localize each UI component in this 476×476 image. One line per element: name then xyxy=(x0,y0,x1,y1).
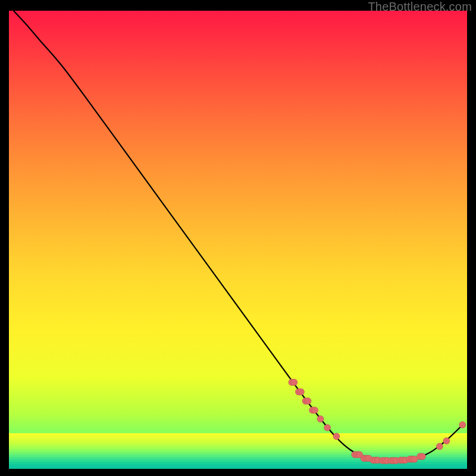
bottleneck-curve xyxy=(14,11,463,461)
data-dot xyxy=(317,416,324,422)
chart-svg-layer xyxy=(9,11,467,469)
data-dots-group xyxy=(289,379,466,464)
data-dot xyxy=(305,398,311,405)
data-dot xyxy=(324,424,331,431)
data-dot xyxy=(436,443,443,450)
data-dot xyxy=(419,453,426,460)
data-dot xyxy=(298,389,304,395)
data-dot xyxy=(291,379,298,386)
data-dot xyxy=(312,407,318,414)
data-dot xyxy=(333,433,340,440)
data-dot xyxy=(459,422,466,428)
data-dot xyxy=(443,438,450,444)
chart-frame xyxy=(9,11,467,469)
